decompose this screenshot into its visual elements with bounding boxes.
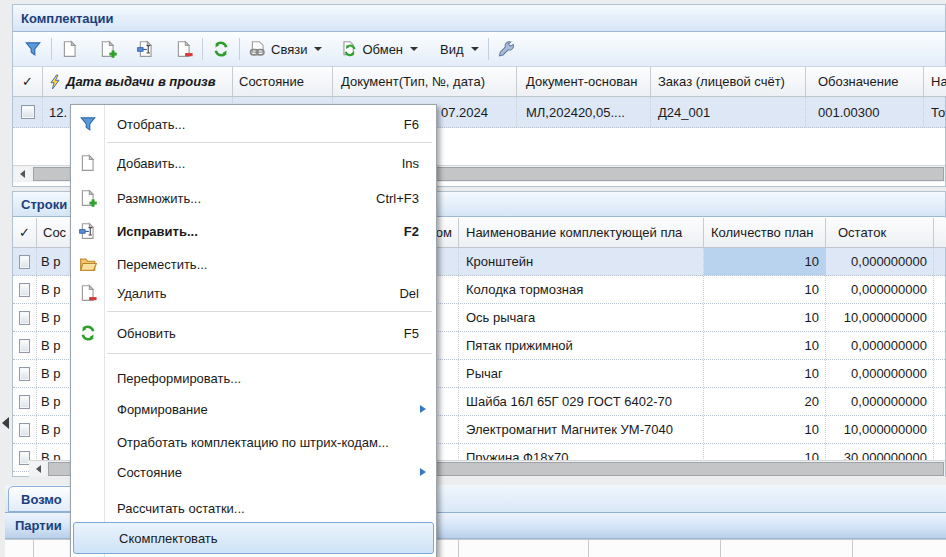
rest-cell: 10,000000000 xyxy=(826,416,934,443)
menu-item-calc-rest[interactable]: Рассчитать остатки... xyxy=(72,492,435,524)
exchange-icon xyxy=(340,40,358,58)
doc-edit-icon xyxy=(137,40,155,58)
view-dropdown[interactable]: Вид xyxy=(435,39,484,60)
tab-label: Возмо xyxy=(21,492,62,507)
column-divider xyxy=(720,540,721,557)
name-cell: Кронштейн xyxy=(459,248,704,275)
row-check-cell xyxy=(13,416,37,443)
rest-cell: 0,000000000 xyxy=(826,248,934,275)
view-label: Вид xyxy=(440,42,464,57)
qty-cell: 10 xyxy=(704,332,826,359)
page-title: Комплектации xyxy=(21,11,114,26)
row-checkbox[interactable] xyxy=(19,255,30,269)
rest-cell: 0,000000000 xyxy=(826,388,934,415)
submenu-arrow-icon xyxy=(420,468,426,476)
toolbar-separator xyxy=(488,38,489,60)
menu-item-filter[interactable]: Отобрать... F6 xyxy=(72,108,435,140)
row-checkbox[interactable] xyxy=(19,367,30,381)
delete-doc-button[interactable] xyxy=(170,37,198,61)
qty-cell: 10 xyxy=(704,276,826,303)
name-cell: Рычаг xyxy=(459,360,704,387)
rest-cell: 0,000000000 xyxy=(826,360,934,387)
qty-cell: 10 xyxy=(704,304,826,331)
links-dropdown[interactable]: Связи xyxy=(244,37,327,61)
menu-item-formation[interactable]: Формирование xyxy=(72,393,435,425)
column-divider xyxy=(588,540,589,557)
menu-separator xyxy=(107,311,432,312)
docs-col-designation[interactable]: Обозначение xyxy=(806,67,924,97)
row-checkbox[interactable] xyxy=(19,395,30,409)
arrow-left-icon xyxy=(20,170,25,178)
scroll-left-button[interactable] xyxy=(30,462,46,476)
menu-item-assemble[interactable]: Скомплектовать xyxy=(73,522,434,554)
splitter-collapse-icon[interactable] xyxy=(2,417,9,429)
menu-separator xyxy=(107,142,432,143)
doc-add-icon xyxy=(79,189,97,207)
new-doc-button[interactable] xyxy=(56,37,84,61)
arrow-left-icon xyxy=(36,465,41,473)
edit-doc-button[interactable] xyxy=(132,37,160,61)
submenu-arrow-icon xyxy=(420,405,426,413)
qty-cell: 10 xyxy=(704,360,826,387)
qty-cell: 10 xyxy=(704,416,826,443)
menu-item-delete[interactable]: Удалить Del xyxy=(72,277,435,309)
docs-col-name[interactable]: На xyxy=(924,67,946,97)
row-checkbox[interactable] xyxy=(19,311,30,325)
name-cell: Пятак прижимной xyxy=(459,332,704,359)
menu-item-reform[interactable]: Переформировать... xyxy=(72,362,435,394)
wrench-icon xyxy=(498,40,516,58)
doc-base-header: Документ-основан xyxy=(526,74,637,89)
rest-cell: 10,000000000 xyxy=(826,304,934,331)
lines-col-name[interactable]: Наименование комплектующей пла xyxy=(459,218,704,248)
row-checkbox[interactable] xyxy=(19,339,30,353)
docs-col-state[interactable]: Состояние xyxy=(233,67,333,97)
menu-item-barcode-kitting[interactable]: Отработать комплектацию по штрих-кодам..… xyxy=(72,426,435,458)
chevron-down-icon xyxy=(410,47,418,51)
folder-icon xyxy=(79,255,97,273)
app-window: Комплектации Связи Обмен Вид ✓ Дата выда… xyxy=(0,0,946,557)
designation-cell: 001.00300 xyxy=(806,97,924,127)
check-header: ✓ xyxy=(22,74,33,89)
lines-col-check[interactable]: ✓ xyxy=(13,218,37,248)
name-cell: Колодка тормозная xyxy=(459,276,704,303)
exchange-label: Обмен xyxy=(362,42,403,57)
menu-item-move[interactable]: Переместить... xyxy=(72,248,435,280)
settings-button[interactable] xyxy=(493,37,521,61)
refresh-icon xyxy=(79,324,97,342)
refresh-button[interactable] xyxy=(207,37,235,61)
toolbar-separator xyxy=(239,38,240,60)
filter-button[interactable] xyxy=(19,37,47,61)
doc-remove-icon xyxy=(79,284,97,302)
doc-new-icon xyxy=(79,154,97,172)
exchange-dropdown[interactable]: Обмен xyxy=(335,37,423,61)
column-divider xyxy=(852,540,853,557)
menu-item-edit[interactable]: Исправить... F2 xyxy=(72,215,435,247)
state-header: Состояние xyxy=(239,74,304,89)
docs-col-date[interactable]: Дата выдачи в произв xyxy=(43,67,233,97)
menu-item-refresh[interactable]: Обновить F5 xyxy=(72,317,435,349)
row-checkbox[interactable] xyxy=(21,105,35,119)
date-header: Дата выдачи в произв xyxy=(66,74,216,89)
chain-icon xyxy=(249,40,267,58)
docs-col-doc-base[interactable]: Документ-основан xyxy=(517,67,651,97)
menu-item-duplicate[interactable]: Размножить... Ctrl+F3 xyxy=(72,182,435,214)
menu-item-add[interactable]: Добавить... Ins xyxy=(72,147,435,179)
name-header: Наименование комплектующей пла xyxy=(466,225,682,240)
menu-item-state[interactable]: Состояние xyxy=(72,456,435,488)
duplicate-doc-button[interactable] xyxy=(94,37,122,61)
name-cell: Электромагнит Магнитек УМ-7040 xyxy=(459,416,704,443)
row-checkbox[interactable] xyxy=(19,423,30,437)
docs-col-check[interactable]: ✓ xyxy=(13,67,43,97)
filter-icon xyxy=(24,40,42,58)
menu-separator xyxy=(107,353,432,354)
docs-col-order[interactable]: Заказ (лицевой счёт) xyxy=(651,67,806,97)
left-margin xyxy=(0,0,12,557)
lines-col-qty[interactable]: Количество план xyxy=(704,218,826,248)
name-header: На xyxy=(931,74,946,89)
order-cell: Д24_001 xyxy=(651,97,806,127)
lines-col-rest[interactable]: Остаток xyxy=(826,218,934,248)
scroll-left-button[interactable] xyxy=(14,167,30,181)
designation-header: Обозначение xyxy=(818,74,898,89)
docs-col-doc[interactable]: Документ(Тип, №, дата) xyxy=(333,67,517,97)
row-checkbox[interactable] xyxy=(19,283,30,297)
